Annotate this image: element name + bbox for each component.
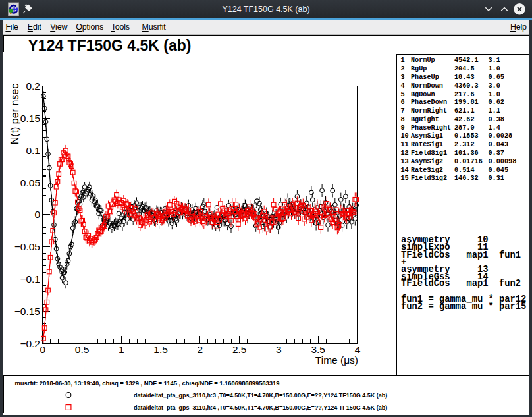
svg-text:TFieldCos: TFieldCos xyxy=(401,250,450,260)
svg-text:621.1: 621.1 xyxy=(454,107,475,115)
svg-text:0.1853: 0.1853 xyxy=(454,132,479,140)
svg-text:TFieldCos: TFieldCos xyxy=(401,279,450,289)
svg-text:9: 9 xyxy=(401,125,405,132)
svg-text:4360.3: 4360.3 xyxy=(454,82,479,90)
svg-text:RateSig1: RateSig1 xyxy=(411,141,443,148)
svg-text:8: 8 xyxy=(401,116,405,123)
svg-text:13: 13 xyxy=(401,158,409,165)
svg-text:0.043: 0.043 xyxy=(489,141,509,148)
svg-text:3: 3 xyxy=(401,74,405,81)
svg-text:12: 12 xyxy=(401,150,409,157)
svg-text:0.1: 0.1 xyxy=(26,145,40,156)
svg-text:3.5: 3.5 xyxy=(311,344,325,355)
svg-text:10: 10 xyxy=(401,132,409,140)
svg-text:0.65: 0.65 xyxy=(489,74,504,81)
svg-text:1: 1 xyxy=(401,57,405,64)
svg-text:NormRight: NormRight xyxy=(411,107,447,115)
svg-text:BgRight: BgRight xyxy=(411,116,439,123)
svg-text:FieldSig2: FieldSig2 xyxy=(411,175,447,182)
svg-text:=: = xyxy=(428,302,433,312)
svg-text:PhaseDown: PhaseDown xyxy=(411,99,447,106)
svg-text:0.31: 0.31 xyxy=(489,175,504,182)
svg-text:217.6: 217.6 xyxy=(454,91,475,98)
svg-text:1.5: 1.5 xyxy=(153,344,168,355)
svg-text:0.2: 0.2 xyxy=(26,80,40,92)
svg-text:5: 5 xyxy=(401,91,405,98)
svg-text:0.15: 0.15 xyxy=(20,113,40,124)
svg-text:1.4: 1.4 xyxy=(489,125,500,132)
svg-text:3: 3 xyxy=(276,344,282,355)
svg-text:−0.2: −0.2 xyxy=(20,338,40,349)
svg-text:18.43: 18.43 xyxy=(454,74,475,81)
svg-text:data/deltat_pta_gps_3110,h:4 ,: data/deltat_pta_gps_3110,h:4 ,T0=4.50K,T… xyxy=(134,404,387,411)
svg-text:2: 2 xyxy=(198,344,203,355)
svg-text:fun2: fun2 xyxy=(401,302,423,312)
svg-text:map1: map1 xyxy=(466,250,488,260)
svg-text:Time (μs): Time (μs) xyxy=(315,354,358,366)
svg-text:7: 7 xyxy=(401,107,405,115)
svg-text:0.5: 0.5 xyxy=(75,344,90,355)
svg-text:6: 6 xyxy=(401,99,405,106)
svg-text:BgDown: BgDown xyxy=(411,91,435,98)
svg-text:42.62: 42.62 xyxy=(454,116,475,123)
svg-text:map1: map1 xyxy=(466,279,488,289)
svg-text:gamma_mu: gamma_mu xyxy=(439,302,483,312)
svg-text:0.0028: 0.0028 xyxy=(489,132,513,140)
svg-text:3.0: 3.0 xyxy=(489,82,500,90)
svg-text:4542.1: 4542.1 xyxy=(454,57,479,64)
svg-text:0.514: 0.514 xyxy=(454,167,475,174)
svg-text:287.0: 287.0 xyxy=(454,125,475,132)
svg-text:AsymSig2: AsymSig2 xyxy=(411,158,443,165)
svg-text:199.81: 199.81 xyxy=(454,99,479,106)
svg-text:2.5: 2.5 xyxy=(232,344,247,355)
svg-text:1.1: 1.1 xyxy=(489,107,500,115)
svg-text:PhaseUp: PhaseUp xyxy=(411,74,439,81)
svg-text:−0.15: −0.15 xyxy=(14,306,40,317)
svg-text:N(t) per nsec: N(t) per nsec xyxy=(9,84,20,144)
svg-text:0.01716: 0.01716 xyxy=(454,158,483,165)
svg-text:FieldSig1: FieldSig1 xyxy=(411,150,447,157)
svg-text:15: 15 xyxy=(401,175,409,182)
svg-text:*: * xyxy=(489,302,494,312)
svg-text:101.36: 101.36 xyxy=(454,150,479,157)
svg-text:PhaseRight: PhaseRight xyxy=(411,125,451,132)
svg-text:par15: par15 xyxy=(499,302,526,312)
svg-text:Y124 TF150G 4.5K (ab): Y124 TF150G 4.5K (ab) xyxy=(28,37,192,54)
svg-text:BgUp: BgUp xyxy=(411,65,427,72)
svg-text:11: 11 xyxy=(401,141,409,148)
svg-text:NormUp: NormUp xyxy=(411,57,435,64)
svg-text:AsymSig1: AsymSig1 xyxy=(411,132,443,140)
svg-text:data/deltat_pta_gps_3110,h:3 ,: data/deltat_pta_gps_3110,h:3 ,T0=4.50K,T… xyxy=(134,392,387,399)
svg-text:14: 14 xyxy=(401,167,409,174)
svg-text:4: 4 xyxy=(355,344,361,355)
svg-text:1.0: 1.0 xyxy=(489,91,500,98)
svg-text:204.5: 204.5 xyxy=(454,65,475,72)
svg-text:NormDown: NormDown xyxy=(411,82,443,90)
svg-text:−0.1: −0.1 xyxy=(20,273,40,285)
svg-text:1.0: 1.0 xyxy=(489,65,500,72)
svg-text:1: 1 xyxy=(119,344,124,355)
svg-text:4: 4 xyxy=(401,82,405,90)
svg-text:0.38: 0.38 xyxy=(489,116,504,123)
svg-text:0: 0 xyxy=(40,344,45,355)
svg-text:0.00098: 0.00098 xyxy=(489,158,517,165)
svg-text:2: 2 xyxy=(401,65,405,72)
svg-text:fun2: fun2 xyxy=(499,279,521,289)
svg-text:RateSig2: RateSig2 xyxy=(411,167,443,174)
svg-text:3.1: 3.1 xyxy=(489,57,500,64)
svg-text:−0.05: −0.05 xyxy=(14,241,40,252)
svg-text:146.32: 146.32 xyxy=(454,175,479,182)
svg-text:2.312: 2.312 xyxy=(454,141,475,148)
svg-text:fun1: fun1 xyxy=(499,250,521,260)
svg-text:0: 0 xyxy=(34,209,40,220)
svg-text:0.62: 0.62 xyxy=(489,99,504,106)
svg-text:musrfit: 2018-06-30, 13:19:40,: musrfit: 2018-06-30, 13:19:40, chisq = 1… xyxy=(15,379,280,387)
svg-text:0.05: 0.05 xyxy=(20,177,40,188)
svg-text:0.045: 0.045 xyxy=(489,167,509,174)
svg-text:0.37: 0.37 xyxy=(489,150,504,157)
